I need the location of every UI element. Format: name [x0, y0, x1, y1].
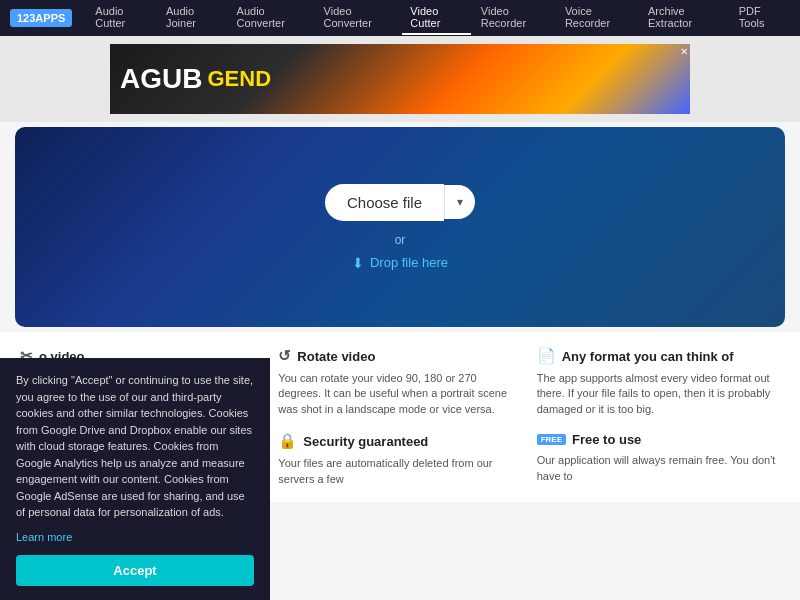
- top-nav: 123APPS Audio Cutter Audio Joiner Audio …: [0, 0, 800, 36]
- nav-audio-converter[interactable]: Audio Converter: [229, 1, 314, 33]
- choose-file-dropdown[interactable]: ▾: [444, 185, 475, 219]
- feature-rotate-desc: You can rotate your video 90, 180 or 270…: [278, 371, 521, 417]
- choose-file-container: Choose file ▾: [325, 184, 475, 221]
- feature-security: 🔒 Security guaranteed Your files are aut…: [278, 432, 521, 487]
- cookie-learn-more-link[interactable]: Learn more: [16, 531, 72, 543]
- feature-format-desc: The app supports almost every video form…: [537, 371, 780, 417]
- download-icon: ⬇: [352, 255, 364, 271]
- hero-section: Choose file ▾ or ⬇ Drop file here: [15, 127, 785, 327]
- drop-file-area[interactable]: ⬇ Drop file here: [352, 255, 448, 271]
- nav-audio-joiner[interactable]: Audio Joiner: [158, 1, 227, 33]
- free-badge: FREE: [537, 434, 566, 445]
- cookie-text: By clicking "Accept" or continuing to us…: [16, 372, 254, 521]
- logo[interactable]: 123APPS: [10, 9, 72, 27]
- nav-video-cutter[interactable]: Video Cutter: [402, 1, 470, 35]
- ad-text-1: AGUB: [120, 65, 202, 93]
- or-text: or: [395, 233, 406, 247]
- feature-security-desc: Your files are automatically deleted fro…: [278, 456, 521, 487]
- feature-security-title: 🔒 Security guaranteed: [278, 432, 521, 450]
- ad-banner: AGUB GEND ✕: [0, 36, 800, 122]
- feature-rotate: ↺ Rotate video You can rotate your video…: [278, 347, 521, 417]
- nav-video-converter[interactable]: Video Converter: [316, 1, 401, 33]
- feature-free-title: FREE Free to use: [537, 432, 780, 447]
- cookie-banner: By clicking "Accept" or continuing to us…: [0, 358, 270, 600]
- nav-pdf-tools[interactable]: PDF Tools: [731, 1, 790, 33]
- choose-file-button[interactable]: Choose file: [325, 184, 444, 221]
- feature-rotate-title: ↺ Rotate video: [278, 347, 521, 365]
- feature-format: 📄 Any format you can think of The app su…: [537, 347, 780, 417]
- format-icon: 📄: [537, 347, 556, 365]
- nav-voice-recorder[interactable]: Voice Recorder: [557, 1, 638, 33]
- nav-audio-cutter[interactable]: Audio Cutter: [87, 1, 156, 33]
- cookie-accept-button[interactable]: Accept: [16, 555, 254, 586]
- nav-links: Audio Cutter Audio Joiner Audio Converte…: [87, 1, 790, 35]
- feature-free-desc: Our application will always remain free.…: [537, 453, 780, 484]
- feature-format-title: 📄 Any format you can think of: [537, 347, 780, 365]
- nav-video-recorder[interactable]: Video Recorder: [473, 1, 555, 33]
- ad-text-2: GEND: [207, 66, 271, 92]
- ad-close-icon[interactable]: ✕: [680, 46, 688, 57]
- lock-icon: 🔒: [278, 432, 297, 450]
- drop-file-label: Drop file here: [370, 255, 448, 270]
- rotate-icon: ↺: [278, 347, 291, 365]
- feature-free: FREE Free to use Our application will al…: [537, 432, 780, 487]
- ad-content[interactable]: AGUB GEND ✕: [110, 44, 690, 114]
- nav-archive-extractor[interactable]: Archive Extractor: [640, 1, 729, 33]
